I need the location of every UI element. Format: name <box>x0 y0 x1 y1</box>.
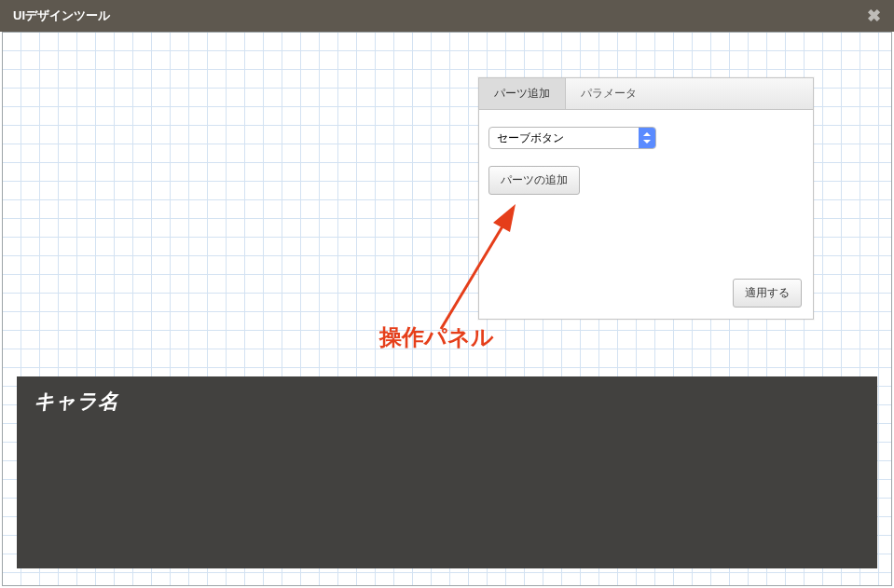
add-part-button[interactable]: パーツの追加 <box>488 166 580 195</box>
panel-spacer <box>488 195 804 260</box>
tab-parameters[interactable]: パラメータ <box>566 78 653 109</box>
workspace-canvas[interactable]: パーツ追加 パラメータ パーツの追加 適用する 操作パネル キャラ名 <box>2 32 892 586</box>
panel-body: パーツの追加 <box>479 110 813 271</box>
control-panel: パーツ追加 パラメータ パーツの追加 適用する <box>478 77 814 320</box>
parts-select[interactable] <box>488 127 656 149</box>
app-title: UIデザインツール <box>13 7 110 24</box>
panel-footer: 適用する <box>479 271 813 319</box>
dialog-preview[interactable]: キャラ名 <box>17 376 877 568</box>
apply-button[interactable]: 適用する <box>733 279 802 308</box>
parts-select-wrap <box>488 127 656 149</box>
annotation-label: 操作パネル <box>379 322 494 352</box>
tab-add-parts[interactable]: パーツ追加 <box>479 78 566 109</box>
titlebar: UIデザインツール ✖ <box>0 0 894 32</box>
close-icon[interactable]: ✖ <box>867 6 881 26</box>
panel-tabs: パーツ追加 パラメータ <box>479 78 813 110</box>
dialog-character-name: キャラ名 <box>17 376 877 421</box>
